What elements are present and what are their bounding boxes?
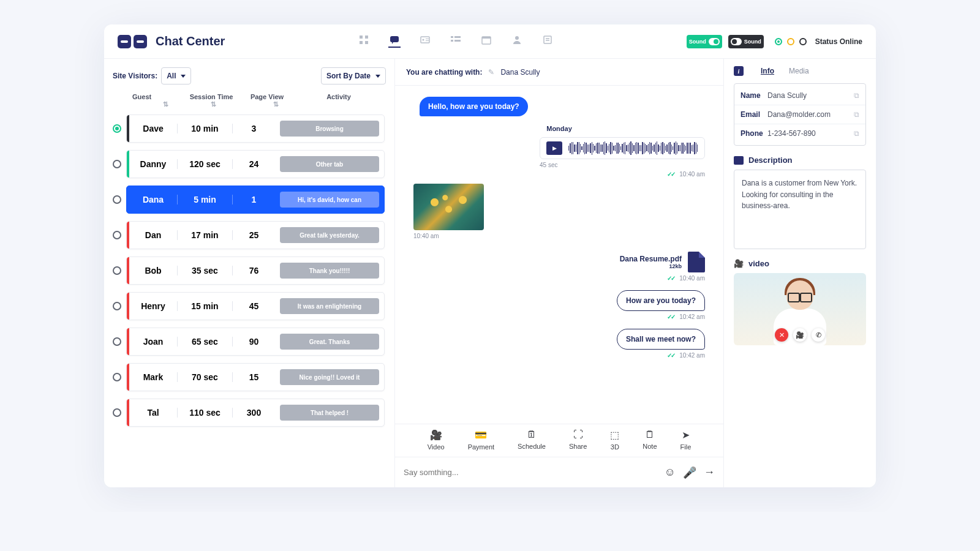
nav-calendar-icon[interactable] — [480, 36, 492, 48]
copy-icon[interactable]: ⧉ — [854, 110, 859, 119]
file-icon[interactable] — [688, 252, 705, 272]
nav-person-icon[interactable] — [511, 36, 523, 48]
video-camera-button[interactable]: 🎥 — [793, 328, 807, 342]
svg-rect-12 — [454, 40, 461, 42]
video-thumbnail[interactable]: ✕ 🎥 ✆ — [734, 273, 866, 345]
activity-cell: Hi, it's david, how can — [275, 192, 384, 208]
visitor-card[interactable]: Dana5 min1Hi, it's david, how can — [126, 186, 385, 214]
visitor-card[interactable]: Bob35 sec76Thank you!!!!! — [126, 257, 385, 285]
tool-schedule[interactable]: 🗓Schedule — [518, 429, 546, 451]
visitor-list[interactable]: Dave10 min3BrowsingDanny120 sec24Other t… — [113, 114, 386, 481]
tool-3d[interactable]: ⬚3D — [610, 429, 619, 451]
brand: Chat Center — [118, 34, 225, 48]
nav-list-icon[interactable] — [450, 36, 462, 48]
row-radio[interactable] — [113, 195, 121, 204]
tab-media[interactable]: Media — [789, 67, 809, 75]
svg-rect-2 — [360, 41, 363, 44]
visitor-row[interactable]: Henry15 min45It was an enlightening — [113, 292, 385, 320]
video-icon: 🎥 — [430, 429, 442, 441]
session-time: 10 min — [177, 124, 232, 133]
read-receipt-icon: ✓✓ — [667, 275, 674, 282]
activity-cell: Thank you!!!!! — [275, 263, 384, 279]
nav-chat-icon[interactable] — [388, 36, 401, 48]
col-guest[interactable]: Guest⇅ — [132, 93, 180, 108]
mic-icon[interactable]: 🎤 — [683, 466, 696, 479]
file-timestamp: 10:40 am — [679, 275, 705, 282]
row-radio[interactable] — [113, 302, 121, 310]
visitor-card[interactable]: Dan17 min25Great talk yesterday. — [126, 221, 385, 249]
emoji-icon[interactable]: ☺ — [665, 466, 676, 479]
tool-note[interactable]: 🗒Note — [643, 429, 657, 451]
guest-name: Danny — [129, 159, 177, 169]
page-views: 76 — [232, 266, 275, 276]
info-icon: i — [734, 66, 744, 76]
visitor-row[interactable]: Dave10 min3Browsing — [113, 114, 385, 143]
video-hangup-button[interactable]: ✕ — [775, 328, 788, 342]
visitor-row[interactable]: Bob35 sec76Thank you!!!!! — [113, 257, 385, 285]
waveform-icon[interactable] — [568, 141, 698, 155]
msg-outgoing: Hello, how are you today? — [420, 97, 528, 116]
row-radio[interactable] — [113, 373, 121, 381]
visitor-card[interactable]: Joan65 sec90Great. Thanks — [126, 328, 385, 356]
chat-body[interactable]: Hello, how are you today? Monday ▶ 45 se… — [395, 86, 723, 424]
session-time: 5 min — [177, 195, 232, 204]
msg-incoming: How are you today? — [617, 290, 705, 311]
sound-on-toggle[interactable]: Sound — [687, 35, 722, 48]
tool-payment[interactable]: 💳Payment — [468, 429, 494, 451]
nav-id-card-icon[interactable] — [419, 36, 431, 48]
visitor-card[interactable]: Henry15 min45It was an enlightening — [126, 292, 385, 320]
video-call-button[interactable]: ✆ — [812, 328, 825, 342]
nav-note-icon[interactable] — [541, 36, 554, 48]
visitor-row[interactable]: Mark70 sec15Nice going!! Loved it — [113, 363, 385, 391]
edit-contact-icon[interactable]: ✎ — [488, 68, 494, 77]
chat-panel: You are chatting with: ✎ Dana Scully Hel… — [395, 59, 724, 487]
copy-icon[interactable]: ⧉ — [854, 129, 859, 138]
visitor-row[interactable]: Dan17 min25Great talk yesterday. — [113, 221, 385, 249]
tool-file[interactable]: ➤File — [680, 429, 692, 451]
row-radio[interactable] — [113, 124, 121, 133]
visitor-row[interactable]: Tal110 sec300That helped ! — [113, 399, 385, 427]
audio-message: ▶ 45 sec ✓✓10:40 am — [540, 137, 705, 178]
copy-icon[interactable]: ⧉ — [854, 91, 859, 100]
guest-name: Mark — [129, 372, 177, 382]
visitor-card[interactable]: Danny120 sec24Other tab — [126, 150, 385, 178]
visitor-card[interactable]: Mark70 sec15Nice going!! Loved it — [126, 363, 385, 391]
tool-video[interactable]: 🎥Video — [428, 429, 445, 451]
visitor-row[interactable]: Dana5 min1Hi, it's david, how can — [113, 186, 385, 214]
contact-name-row: Name Dana Scully ⧉ — [734, 86, 865, 105]
row-radio[interactable] — [113, 266, 121, 275]
row-radio[interactable] — [113, 231, 121, 239]
contact-name: Dana Scully — [767, 91, 854, 100]
row-radio[interactable] — [113, 337, 121, 346]
sound-off-toggle[interactable]: Sound — [728, 35, 764, 48]
activity-cell: Browsing — [275, 121, 384, 137]
col-pageview[interactable]: Page View⇅ — [243, 93, 292, 108]
video-heading: 🎥 video — [734, 259, 866, 268]
share-icon: ⛶ — [573, 429, 583, 440]
page-views: 300 — [232, 408, 275, 418]
chat-header: You are chatting with: ✎ Dana Scully — [395, 59, 723, 86]
status-dot-online-icon[interactable] — [775, 38, 782, 45]
image-thumbnail[interactable] — [413, 184, 484, 230]
visitor-card[interactable]: Tal110 sec300That helped ! — [126, 399, 385, 427]
row-radio[interactable] — [113, 160, 121, 168]
audio-play-button[interactable]: ▶ — [546, 141, 562, 155]
tab-info[interactable]: Info — [761, 67, 774, 75]
send-icon[interactable]: → — [704, 466, 715, 479]
visitors-filter-select[interactable]: All — [161, 67, 191, 84]
contact-email-row: Email Dana@molder.com ⧉ — [734, 105, 865, 124]
row-radio[interactable] — [113, 408, 121, 417]
visitors-filter-label: Site Visitors: — [113, 72, 157, 80]
visitor-card[interactable]: Dave10 min3Browsing — [126, 114, 385, 143]
tool-share[interactable]: ⛶Share — [569, 429, 587, 451]
status-dot-away-icon[interactable] — [787, 38, 794, 45]
visitor-row[interactable]: Joan65 sec90Great. Thanks — [113, 328, 385, 356]
message-input[interactable] — [404, 468, 657, 477]
sort-select[interactable]: Sort By Date — [321, 67, 386, 84]
status-dot-offline-icon[interactable] — [799, 38, 807, 45]
guest-name: Dave — [129, 124, 177, 133]
col-session[interactable]: Session Time⇅ — [180, 93, 243, 108]
svg-rect-1 — [365, 36, 368, 39]
visitor-row[interactable]: Danny120 sec24Other tab — [113, 150, 385, 178]
nav-grid-icon[interactable] — [358, 36, 370, 48]
